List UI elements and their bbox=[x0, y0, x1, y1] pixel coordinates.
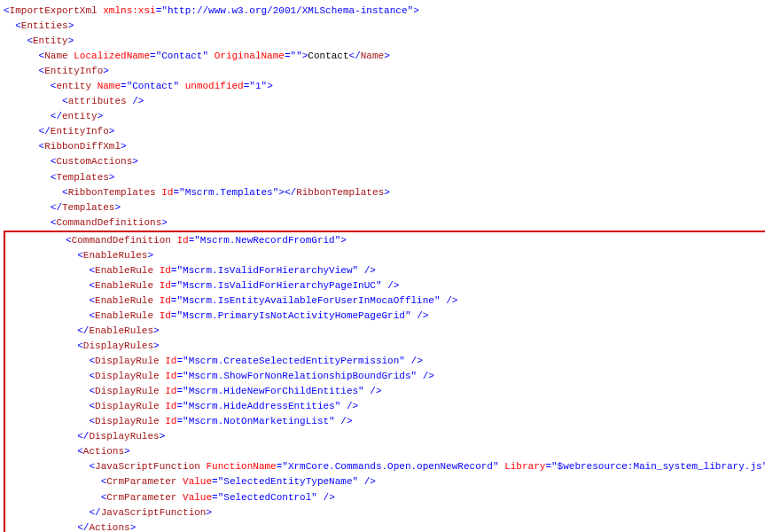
line: <CommandDefinitions> bbox=[4, 215, 761, 231]
line: <EnableRule Id="Mscrm.IsEntityAvailableF… bbox=[7, 293, 765, 309]
line: <ImportExportXml xmlns:xsi="http://www.w… bbox=[4, 4, 761, 19]
xml-code-block: <ImportExportXml xmlns:xsi="http://www.w… bbox=[4, 4, 761, 532]
line: <RibbonDiffXml> bbox=[4, 139, 761, 154]
line: <EnableRule Id="Mscrm.IsValidForHierarch… bbox=[7, 263, 765, 278]
line: <Templates> bbox=[4, 170, 761, 185]
line: <DisplayRule Id="Mscrm.HideNewForChildEn… bbox=[7, 384, 765, 399]
line: <RibbonTemplates Id="Mscrm.Templates"></… bbox=[4, 185, 761, 200]
line: <CommandDefinition Id="Mscrm.NewRecordFr… bbox=[7, 233, 765, 248]
line: <EntityInfo> bbox=[4, 64, 761, 79]
line: <DisplayRule Id="Mscrm.CreateSelectedEnt… bbox=[7, 354, 765, 369]
line: <attributes /> bbox=[4, 94, 761, 109]
line: <entity Name="Contact" unmodified="1"> bbox=[4, 79, 761, 94]
line: <EnableRule Id="Mscrm.PrimaryIsNotActivi… bbox=[7, 309, 765, 324]
highlighted-section: <CommandDefinition Id="Mscrm.NewRecordFr… bbox=[4, 231, 765, 532]
line: <CustomActions> bbox=[4, 154, 761, 169]
line: </EnableRules> bbox=[7, 324, 765, 339]
line: <Actions> bbox=[7, 444, 765, 459]
line: <Entities> bbox=[4, 19, 761, 34]
line: <CrmParameter Value="SelectedControl" /> bbox=[7, 490, 765, 505]
line: </DisplayRules> bbox=[7, 429, 765, 444]
line: <DisplayRule Id="Mscrm.HideAddressEntiti… bbox=[7, 399, 765, 414]
line: <DisplayRule Id="Mscrm.ShowForNonRelatio… bbox=[7, 369, 765, 384]
line: <DisplayRules> bbox=[7, 339, 765, 354]
line: <DisplayRule Id="Mscrm.NotOnMarketingLis… bbox=[7, 414, 765, 429]
line: <Name LocalizedName="Contact" OriginalNa… bbox=[4, 49, 761, 64]
line: </entity> bbox=[4, 109, 761, 124]
line: <EnableRule Id="Mscrm.IsValidForHierarch… bbox=[7, 278, 765, 293]
line: </Actions> bbox=[7, 520, 765, 532]
line: <Entity> bbox=[4, 34, 761, 49]
line: </Templates> bbox=[4, 200, 761, 215]
line: </JavaScriptFunction> bbox=[7, 505, 765, 520]
line: </EntityInfo> bbox=[4, 124, 761, 139]
line: <CrmParameter Value="SelectedEntityTypeN… bbox=[7, 474, 765, 489]
line: <EnableRules> bbox=[7, 248, 765, 263]
line: <JavaScriptFunction FunctionName="XrmCor… bbox=[7, 459, 765, 474]
